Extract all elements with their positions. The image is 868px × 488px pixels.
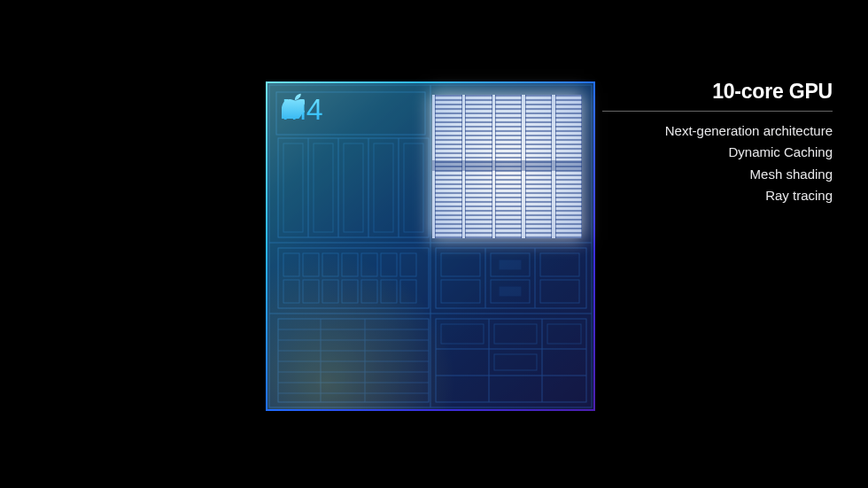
svg-rect-57: [494, 354, 537, 370]
svg-rect-49: [500, 260, 521, 269]
svg-rect-22: [400, 253, 416, 276]
svg-rect-5: [278, 138, 429, 237]
svg-rect-27: [361, 280, 377, 303]
svg-rect-29: [400, 280, 416, 303]
svg-rect-45: [540, 253, 579, 276]
feature-item: Dynamic Caching: [602, 142, 833, 162]
feature-list: Next-generation architecture Dynamic Cac…: [602, 120, 833, 205]
feature-item: Mesh shading: [602, 164, 833, 184]
svg-rect-48: [540, 280, 579, 303]
svg-rect-15: [278, 248, 429, 308]
svg-rect-11: [314, 143, 333, 232]
svg-rect-50: [500, 287, 521, 296]
svg-rect-13: [374, 143, 393, 232]
svg-rect-21: [381, 253, 397, 276]
svg-rect-10: [283, 143, 303, 232]
svg-rect-26: [342, 280, 358, 303]
svg-rect-16: [283, 253, 299, 276]
svg-rect-23: [283, 280, 299, 303]
svg-rect-56: [494, 324, 537, 344]
svg-rect-46: [441, 280, 480, 303]
feature-item: Ray tracing: [602, 185, 833, 205]
svg-rect-12: [344, 143, 363, 232]
chip-die: M4: [267, 83, 593, 409]
feature-title: 10-core GPU: [602, 80, 833, 111]
svg-rect-14: [404, 143, 423, 232]
svg-rect-43: [441, 253, 480, 276]
svg-rect-28: [381, 280, 397, 303]
slide: M4 10-core GPU Next-generation architect…: [0, 0, 868, 488]
svg-rect-20: [361, 253, 377, 276]
feature-item: Next-generation architecture: [602, 120, 833, 141]
chip-label: M4: [282, 92, 322, 127]
gpu-block-texture: [432, 95, 582, 238]
svg-rect-40: [436, 248, 586, 308]
svg-rect-19: [342, 253, 358, 276]
svg-rect-24: [303, 280, 319, 303]
svg-rect-59: [547, 324, 581, 344]
feature-panel: 10-core GPU Next-generation architecture…: [602, 80, 833, 206]
chip-frame: M4: [266, 81, 595, 411]
svg-rect-25: [322, 280, 338, 303]
svg-rect-51: [436, 319, 586, 402]
svg-rect-17: [303, 253, 319, 276]
apple-logo-icon: [282, 92, 305, 119]
svg-rect-18: [322, 253, 338, 276]
svg-rect-58: [441, 324, 484, 344]
feature-divider: [602, 111, 833, 112]
svg-rect-30: [278, 319, 429, 402]
gpu-block-highlight: [432, 95, 582, 238]
